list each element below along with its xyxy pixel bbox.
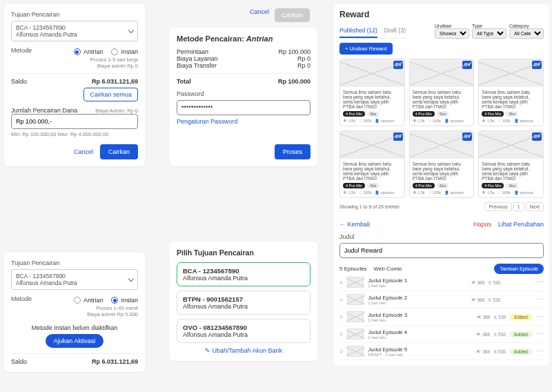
cairkan-button-disabled[interactable]: Cairkan — [275, 8, 310, 22]
reward-card[interactable]: ⚙▾ Semua ilmu saham batu bara yang saya … — [409, 130, 475, 198]
reward-card-text: Semua ilmu saham batu bara yang saya ket… — [343, 90, 402, 109]
account-line2: Alfonsus Amanda Putra — [16, 31, 77, 38]
page-1[interactable]: 1 — [513, 202, 524, 211]
reward-card[interactable]: ⚙▾ Semua ilmu saham batu bara yang saya … — [339, 59, 405, 126]
reward-card-text: Semua ilmu saham batu bara yang saya ket… — [413, 161, 471, 181]
episode-editor: ← Kembali Hapus Lihat Perubahan Judul 5 … — [334, 215, 549, 366]
cancel-link[interactable]: Cancel — [250, 8, 269, 22]
reward-card-text: Semua ilmu saham batu bara yang saya ket… — [413, 90, 471, 109]
drag-icon[interactable]: ≡ — [339, 331, 343, 337]
account-line1: BCA - 1234567890 — [16, 24, 77, 31]
more-icon[interactable]: ⋯ — [536, 330, 544, 339]
status-badge: Added — [510, 331, 532, 337]
lihat-perubahan-link[interactable]: Lihat Perubahan — [498, 221, 544, 228]
saldo-value: Rp 6.031.121,69 — [92, 78, 138, 85]
more-icon[interactable]: ⋯ — [536, 347, 544, 356]
radio-antrian[interactable]: Antrian — [74, 297, 103, 304]
proses-button[interactable]: Proses — [275, 144, 310, 159]
back-link[interactable]: ← Kembali — [339, 221, 370, 228]
reward-card[interactable]: ⚙▾ Semua ilmu saham batu bara yang saya … — [409, 59, 475, 126]
more-icon[interactable]: ⋯ — [536, 313, 544, 322]
chevron-down-icon — [128, 28, 134, 33]
password-input[interactable] — [177, 100, 310, 115]
tab-published[interactable]: Published (12) — [339, 24, 377, 38]
status-badge: Added — [510, 349, 532, 355]
destination-item[interactable]: BCA - 1234567890 Alfonsus Amanda Putra — [177, 262, 310, 286]
reward-card-text: Semua ilmu saham batu bara yang saya ket… — [343, 161, 402, 181]
status-badge: Edited — [510, 314, 532, 320]
more-icon[interactable]: ⋯ — [536, 278, 544, 287]
filter-category[interactable]: All Category — [509, 28, 544, 39]
radio-antrian[interactable]: Antrian — [74, 48, 103, 55]
drag-icon[interactable]: ≡ — [339, 313, 343, 320]
hapus-link[interactable]: Hapus — [473, 221, 491, 228]
reward-card-text: Semua ilmu saham batu bara yang saya ket… — [482, 161, 540, 181]
episode-row: ≡ Judul Episode 11 hari lalu 👁 386⎘ 536 … — [339, 274, 544, 291]
hint-proses: Proses 1-5 hari kerja — [11, 57, 138, 63]
instan-not-active: Metode Instan belum diaktifkan — [11, 324, 138, 331]
reward-card[interactable]: ⚙▾ Semua ilmu saham batu bara yang saya … — [478, 59, 544, 126]
edit-bank-link[interactable]: ✎ Ubah/Tambah Akun Bank — [177, 347, 310, 354]
password-settings-link[interactable]: Pengaturan Password — [177, 118, 310, 125]
gear-icon[interactable]: ⚙▾ — [462, 133, 472, 141]
drag-icon[interactable]: ≡ — [339, 348, 343, 355]
thumbnail — [347, 329, 364, 340]
destination-item[interactable]: OVO - 081234567890 Alfonsus Amanda Putra — [177, 319, 310, 343]
showing-text: Showing 1 to 9 of 29 entries — [339, 204, 400, 209]
confirm-title: Metode Pencairan: Antrian — [177, 35, 310, 43]
reward-card[interactable]: ⚙▾ Semua ilmu saham batu bara yang saya … — [478, 130, 544, 198]
filter-sort[interactable]: Showcase — [435, 28, 469, 39]
biaya-admin-hint: Biaya Admin: Rp 0 — [95, 108, 138, 114]
destination-title: Pilih Tujuan Pencairan — [177, 248, 310, 257]
withdraw-panel-instan: Tujuan Pencairan BCA - 1234567890 Alfons… — [4, 253, 145, 372]
jumlah-label: Jumlah Pencairan Dana — [11, 107, 77, 114]
radio-instan[interactable]: Instan — [111, 297, 138, 304]
minmax-hint: Min: Rp 100.000,00 Max: Rp 4.000.000,00 — [11, 131, 138, 137]
drag-icon[interactable]: ≡ — [339, 279, 343, 286]
reward-panel: Reward Published (12) Draft (3) UrutkanS… — [334, 4, 549, 217]
withdraw-panel-antrian: Tujuan Pencairan BCA - 1234567890 Alfons… — [4, 4, 145, 166]
drag-icon[interactable]: ≡ — [339, 296, 343, 303]
reward-card[interactable]: ⚙▾ Semua ilmu saham batu bara yang saya … — [339, 130, 405, 198]
saldo-label: Saldo — [11, 78, 27, 85]
gear-icon[interactable]: ⚙▾ — [532, 61, 542, 69]
ajukan-aktivasi-button[interactable]: Ajukan Aktivasi — [46, 334, 104, 348]
page-next[interactable]: Next — [526, 202, 544, 211]
confirm-panel: Metode Pencairan: Antrian PermintaanRp 1… — [170, 28, 317, 166]
edit-icon: ✎ — [205, 347, 213, 354]
episode-row: ≡ Judul Episode 31 hari lalu 👁 386⎘ 536 … — [339, 308, 544, 326]
amount-input[interactable] — [11, 114, 138, 129]
cairkan-button[interactable]: Cairkan — [100, 144, 138, 159]
episode-row: ≡ Judul Episode 5DRAFT · 1 hari lalu 👁 3… — [339, 343, 544, 360]
thumbnail — [347, 277, 364, 288]
cancel-link[interactable]: Cancel — [74, 148, 93, 155]
gear-icon[interactable]: ⚙▾ — [462, 61, 472, 69]
thumbnail — [347, 294, 364, 305]
reward-title: Reward — [339, 10, 544, 19]
more-icon[interactable]: ⋯ — [536, 295, 544, 304]
thumbnail — [347, 346, 364, 357]
filter-type[interactable]: All Type — [472, 28, 506, 39]
page-prev[interactable]: Previous — [484, 202, 511, 211]
radio-instan[interactable]: Instan — [111, 48, 138, 55]
episode-row: ≡ Judul Episode 41 hari lalu 👁 386⎘ 536 … — [339, 326, 544, 343]
password-label: Password — [177, 90, 310, 97]
reward-card-text: Semua ilmu saham batu bara yang saya ket… — [482, 90, 540, 109]
episode-count: 5 Episodes — [339, 266, 367, 272]
destination-item[interactable]: BTPN - 9001562157 Alfonsus Amanda Putra — [177, 291, 310, 315]
account-select[interactable]: BCA - 1234567890 Alfonsus Amanda Putra — [11, 21, 138, 41]
dialog-actions: Cancel Cairkan — [172, 4, 317, 26]
gear-icon[interactable]: ⚙▾ — [532, 133, 542, 141]
thumbnail — [347, 311, 364, 322]
cairkan-semua-button[interactable]: Cairkan semua — [83, 88, 138, 101]
tujuan-label: Tujuan Pencairan — [11, 11, 138, 18]
judul-input[interactable] — [339, 243, 544, 258]
judul-label: Judul — [339, 233, 544, 240]
account-select[interactable]: BCA - 1234567890 Alfonsus Amanda Putra — [11, 269, 138, 290]
tambah-episode-button[interactable]: Tambah Episode — [494, 264, 544, 274]
chevron-down-icon — [128, 276, 134, 282]
urutkan-reward-button[interactable]: + Urutkan Reward — [339, 43, 393, 55]
tab-draft[interactable]: Draft (3) — [384, 24, 406, 38]
gear-icon[interactable]: ⚙▾ — [393, 61, 403, 69]
gear-icon[interactable]: ⚙▾ — [393, 133, 403, 141]
